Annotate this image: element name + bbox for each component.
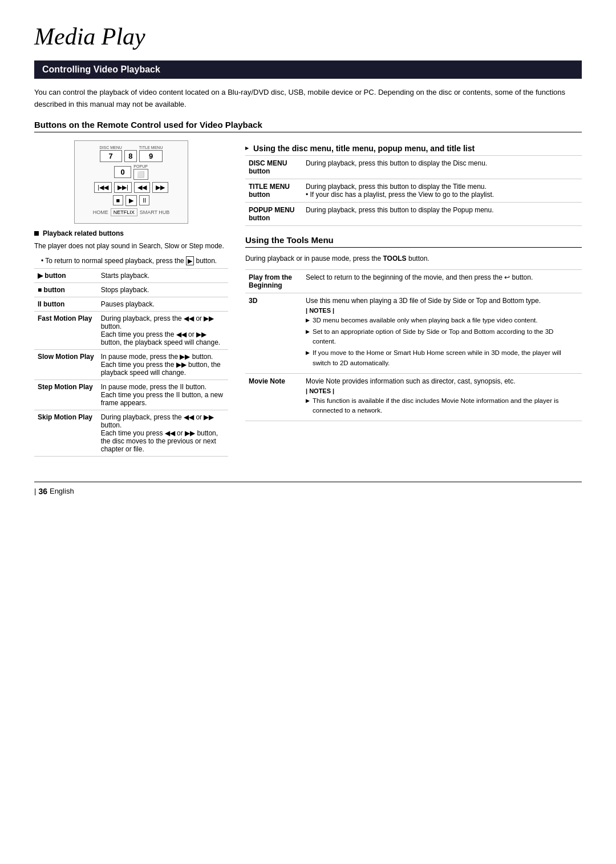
disc-menu-desc: During playback, press this button to di… bbox=[302, 179, 582, 202]
tools-label: Play from the Beginning bbox=[245, 269, 302, 293]
remote-stop-btn[interactable]: ■ bbox=[113, 195, 124, 205]
playback-bullet: • To return to normal speed playback, pr… bbox=[34, 256, 228, 266]
intro-text: You can control the playback of video co… bbox=[34, 87, 582, 111]
section-header: Controlling Video Playback bbox=[34, 60, 582, 79]
disc-menu-section-title: Using the disc menu, title menu, popup m… bbox=[245, 144, 582, 153]
left-column: DISC MENU 7 8 TITLE MENU 9 0 POPUP ⬜ bbox=[34, 140, 228, 465]
disc-menu-row: POPUP MENUbuttonDuring playback, press t… bbox=[245, 202, 582, 225]
page-number: 36 bbox=[38, 487, 47, 496]
remote-pause-btn[interactable]: II bbox=[139, 195, 149, 205]
notes-item: This function is available if the disc i… bbox=[306, 396, 578, 416]
button-desc: In pause mode, press the II button. Each… bbox=[98, 379, 228, 410]
button-row: Step Motion PlayIn pause mode, press the… bbox=[34, 379, 228, 410]
bullet-icon bbox=[34, 231, 39, 236]
button-row: II buttonPauses playback. bbox=[34, 297, 228, 311]
button-desc: During playback, press the ◀◀ or ▶▶ butt… bbox=[98, 311, 228, 349]
notes-item: If you move to the Home or Smart Hub Hom… bbox=[306, 348, 578, 368]
button-label: ■ button bbox=[34, 282, 98, 297]
tools-desc: Select to return to the beginning of the… bbox=[302, 269, 582, 293]
remote-ffw-btn[interactable]: ▶▶ bbox=[152, 182, 168, 193]
tools-desc: Movie Note provides information such as … bbox=[302, 373, 582, 421]
tools-btn-label: TOOLS bbox=[383, 255, 406, 263]
button-row: Skip Motion PlayDuring playback, press t… bbox=[34, 410, 228, 456]
button-label: ▶ button bbox=[34, 268, 98, 282]
play-icon-inline: ▶ bbox=[186, 256, 194, 265]
notes-item: Set to an appropriate option of Side by … bbox=[306, 327, 578, 347]
remote-prev-btn[interactable]: |◀◀ bbox=[94, 182, 112, 193]
disc-menu-label: DISC MENUbutton bbox=[245, 155, 302, 179]
page-title: Media Play bbox=[34, 23, 582, 50]
tools-section-title: Using the Tools Menu bbox=[245, 235, 582, 248]
button-row: Slow Motion PlayIn pause mode, press the… bbox=[34, 349, 228, 379]
tools-label: Movie Note bbox=[245, 373, 302, 421]
footer: | 36 English bbox=[34, 482, 582, 496]
button-desc: Starts playback. bbox=[98, 268, 228, 282]
tools-label: 3D bbox=[245, 293, 302, 373]
tools-row: Movie NoteMovie Note provides informatio… bbox=[245, 373, 582, 421]
tools-desc: During playback or in pause mode, press … bbox=[245, 253, 582, 264]
remote-playback-row2: ■ ▶ II bbox=[80, 195, 182, 206]
remote-zero-row: 0 POPUP ⬜ bbox=[80, 164, 182, 180]
disc-menu-label: DISC MENU bbox=[100, 146, 122, 150]
remote-rew-btn[interactable]: ◀◀ bbox=[134, 182, 150, 193]
playback-related-desc: The player does not play sound in Search… bbox=[34, 241, 228, 251]
remote-num-row: DISC MENU 7 8 TITLE MENU 9 bbox=[80, 146, 182, 162]
disc-menu-label: TITLE MENUbutton bbox=[245, 179, 302, 202]
button-table: ▶ buttonStarts playback.■ buttonStops pl… bbox=[34, 268, 228, 457]
tools-desc: Use this menu when playing a 3D file of … bbox=[302, 293, 582, 373]
remote-play-btn[interactable]: ▶ bbox=[125, 195, 137, 206]
right-column: Using the disc menu, title menu, popup m… bbox=[245, 140, 582, 465]
disc-menu-row: DISC MENUbuttonDuring playback, press th… bbox=[245, 155, 582, 179]
remote-key-8[interactable]: 8 bbox=[124, 150, 137, 162]
button-row: Fast Motion PlayDuring playback, press t… bbox=[34, 311, 228, 349]
remote-next-btn[interactable]: ▶▶| bbox=[114, 182, 132, 193]
button-label: Step Motion Play bbox=[34, 379, 98, 410]
button-desc: During playback, press the ◀◀ or ▶▶ butt… bbox=[98, 410, 228, 456]
remote-key-7[interactable]: 7 bbox=[100, 150, 122, 162]
notes-item: 3D menu becomes available only when play… bbox=[306, 316, 578, 325]
remote-popup-btn[interactable]: ⬜ bbox=[133, 169, 148, 180]
remote-home-row: HOME NETFLIX SMART HUB bbox=[80, 208, 182, 216]
subsection-buttons-title: Buttons on the Remote Control used for V… bbox=[34, 120, 582, 132]
playback-related-title: Playback related buttons bbox=[34, 229, 228, 237]
button-desc: In pause mode, press the ▶▶ button. Each… bbox=[98, 349, 228, 379]
remote-key-9[interactable]: 9 bbox=[139, 150, 163, 162]
remote-playback-row1: |◀◀ ▶▶| ◀◀ ▶▶ bbox=[80, 182, 182, 193]
button-desc: Pauses playback. bbox=[98, 297, 228, 311]
remote-illustration: DISC MENU 7 8 TITLE MENU 9 0 POPUP ⬜ bbox=[74, 140, 188, 224]
tools-row: Play from the BeginningSelect to return … bbox=[245, 269, 582, 293]
popup-label: POPUP bbox=[133, 164, 148, 168]
button-row: ▶ buttonStarts playback. bbox=[34, 268, 228, 282]
title-menu-label: TITLE MENU bbox=[139, 146, 163, 150]
tools-row: 3DUse this menu when playing a 3D file o… bbox=[245, 293, 582, 373]
button-label: Fast Motion Play bbox=[34, 311, 98, 349]
disc-menu-table: DISC MENUbuttonDuring playback, press th… bbox=[245, 155, 582, 226]
disc-menu-row: TITLE MENUbuttonDuring playback, press t… bbox=[245, 179, 582, 202]
button-row: ■ buttonStops playback. bbox=[34, 282, 228, 297]
button-label: Slow Motion Play bbox=[34, 349, 98, 379]
disc-menu-desc: During playback, press this button to di… bbox=[302, 155, 582, 179]
pipe: | bbox=[34, 487, 36, 495]
disc-menu-label: POPUP MENUbutton bbox=[245, 202, 302, 225]
remote-key-0[interactable]: 0 bbox=[114, 166, 131, 178]
button-label: Skip Motion Play bbox=[34, 410, 98, 456]
disc-menu-desc: During playback, press this button to di… bbox=[302, 202, 582, 225]
tools-table: Play from the BeginningSelect to return … bbox=[245, 269, 582, 422]
button-desc: Stops playback. bbox=[98, 282, 228, 297]
empty-label bbox=[124, 146, 137, 150]
button-label: II button bbox=[34, 297, 98, 311]
footer-lang: English bbox=[50, 487, 74, 495]
